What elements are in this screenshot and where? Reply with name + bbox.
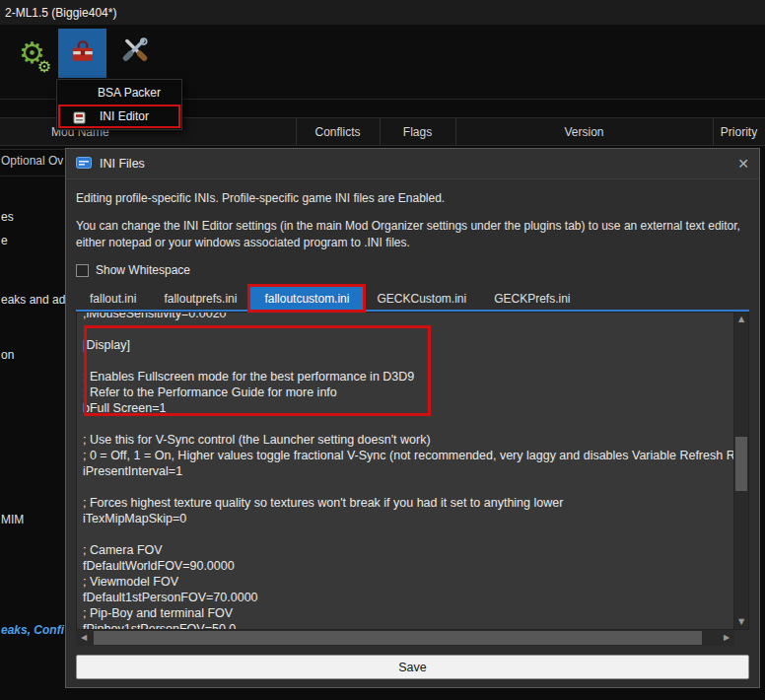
ini-line: fPipboy1stPersonFOV=50.0	[83, 621, 733, 629]
column-divider	[455, 118, 456, 145]
gear-small-icon: ⚙	[37, 59, 51, 75]
ini-line: ; 0 = Off, 1 = On, Higher values toggle …	[83, 448, 733, 463]
scroll-left-icon[interactable]: ◀	[76, 630, 92, 646]
ini-editor-area: ;iMouseSensitivity=0.0020 [Display] ; En…	[76, 312, 749, 630]
tab-geckprefs-ini[interactable]: GECKPrefs.ini	[480, 287, 584, 310]
ini-line: ; Camera FOV	[83, 542, 733, 558]
profile-ini-status-text: Editing profile-specific INIs. Profile-s…	[76, 191, 749, 205]
tab-falloutcustom-ini[interactable]: falloutcustom.ini	[250, 287, 363, 310]
ini-line: ; Viewmodel FOV	[83, 574, 733, 590]
mod-row[interactable]: e	[1, 234, 8, 247]
mod-row[interactable]: eaks and add	[1, 293, 72, 307]
ini-line: ; Use this for V-Sync control (the Launc…	[83, 432, 733, 448]
ini-line: iTexMipMapSkip=0	[83, 511, 733, 526]
list-divider	[0, 175, 65, 176]
ini-line	[83, 526, 733, 542]
tools-menu-button[interactable]	[58, 29, 106, 78]
ini-file-tabs: fallout.ini falloutprefs.ini falloutcust…	[76, 287, 749, 312]
ini-line: iPresentInterval=1	[83, 463, 733, 479]
ini-line: ; Pip-Boy and terminal FOV	[83, 605, 733, 621]
horizontal-scrollbar[interactable]: ◀ ▶	[76, 630, 734, 646]
dialog-body: Editing profile-specific INIs. Profile-s…	[66, 179, 759, 687]
mod-row[interactable]: MIM	[1, 513, 24, 526]
tab-geckcustom-ini[interactable]: GECKCustom.ini	[363, 287, 480, 310]
ini-line: ; Refer to the Performance Guide for mor…	[83, 385, 733, 400]
horizontal-scroll-thumb[interactable]	[94, 631, 702, 645]
ini-line: [Display]	[83, 337, 733, 353]
menu-item-bsa-packer[interactable]: BSA Packer	[58, 81, 180, 105]
mod-separator-row[interactable]: eaks, Confi	[1, 623, 64, 637]
ini-line	[83, 321, 733, 337]
column-divider	[380, 118, 381, 145]
column-conflicts[interactable]: Conflicts	[296, 118, 380, 145]
column-priority[interactable]: Priority	[713, 118, 765, 145]
dialog-titlebar: INI Files ✕	[66, 149, 759, 179]
ini-line: ; Forces highest texture quality so text…	[83, 495, 733, 511]
ini-line: ;iMouseSensitivity=0.0020	[83, 313, 733, 321]
window-titlebar: 2-ML1.5 (Biggie404*)	[0, 0, 765, 25]
column-version[interactable]: Version	[455, 118, 713, 145]
dialog-title: INI Files	[100, 157, 737, 171]
tools-button[interactable]	[110, 29, 159, 78]
show-whitespace-label: Show Whitespace	[96, 263, 190, 277]
show-whitespace-row: Show Whitespace	[76, 263, 749, 277]
ini-files-window-icon	[76, 157, 92, 172]
ini-line: ; Enables Fullscreen mode for the best p…	[83, 369, 733, 385]
column-divider	[296, 118, 297, 145]
mod-row[interactable]: es	[1, 210, 14, 224]
ini-files-dialog: INI Files ✕ Editing profile-specific INI…	[65, 148, 760, 688]
vertical-scrollbar[interactable]: ▲ ▼	[733, 313, 748, 629]
ini-line: fDefault1stPersonFOV=70.0000	[83, 590, 733, 605]
save-button[interactable]: Save	[76, 655, 749, 679]
settings-button[interactable]: ⚙ ⚙	[8, 29, 56, 78]
column-divider	[713, 118, 714, 145]
vertical-scroll-thumb[interactable]	[735, 437, 747, 491]
scroll-up-icon[interactable]: ▲	[734, 314, 748, 325]
close-icon[interactable]: ✕	[737, 157, 749, 171]
ini-line	[83, 353, 733, 369]
mod-row[interactable]: on	[1, 348, 14, 362]
mod-row[interactable]: Optional Ov	[1, 154, 63, 168]
ini-text-content: ;iMouseSensitivity=0.0020 [Display] ; En…	[83, 313, 733, 629]
tab-fallout-ini[interactable]: fallout.ini	[76, 287, 150, 310]
ini-line	[83, 479, 733, 495]
ini-editor-menu-icon	[73, 111, 86, 124]
wrench-screwdriver-icon	[121, 37, 149, 69]
ini-line: bFull Screen=1	[83, 400, 733, 416]
column-flags[interactable]: Flags	[380, 118, 455, 145]
ini-editor-description: You can change the INI Editor settings (…	[76, 218, 749, 251]
menu-item-ini-editor[interactable]: INI Editor	[58, 105, 180, 128]
menu-item-label: INI Editor	[100, 109, 149, 123]
ini-editor-textarea[interactable]: ;iMouseSensitivity=0.0020 [Display] ; En…	[77, 313, 733, 629]
list-divider	[0, 149, 65, 150]
show-whitespace-checkbox[interactable]	[76, 264, 89, 277]
ini-line: fDefaultWorldFOV=90.0000	[83, 558, 733, 574]
ini-line	[83, 416, 733, 432]
horizontal-scroll-track[interactable]	[92, 630, 719, 646]
scroll-down-icon[interactable]: ▼	[734, 616, 748, 628]
scroll-right-icon[interactable]: ▶	[719, 630, 734, 646]
tools-dropdown-menu: BSA Packer INI Editor	[56, 79, 182, 130]
toolbox-icon	[70, 39, 96, 67]
tab-falloutprefs-ini[interactable]: falloutprefs.ini	[150, 287, 250, 310]
window-title: 2-ML1.5 (Biggie404*)	[5, 6, 116, 20]
